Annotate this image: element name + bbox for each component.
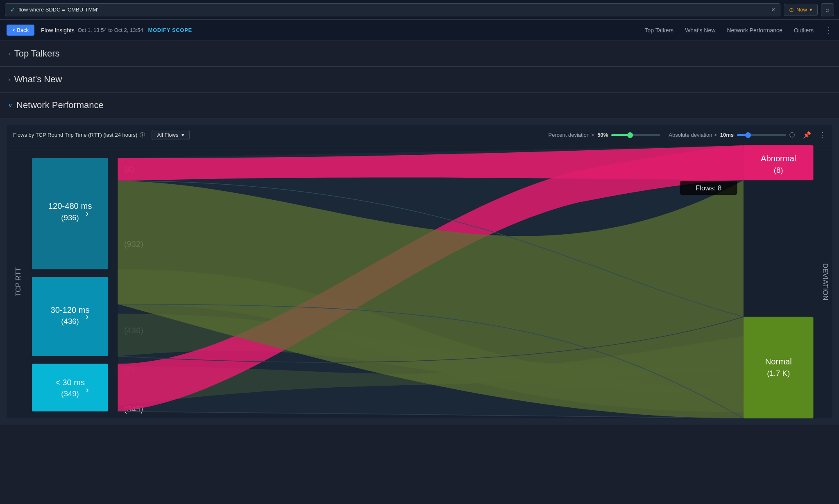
absolute-deviation-info-icon[interactable]: ⓘ [789,131,795,139]
svg-text:(1.7 K): (1.7 K) [767,369,790,377]
network-performance-chevron: ∨ [8,102,12,108]
svg-text:(8): (8) [774,166,783,174]
svg-text:Normal: Normal [765,357,792,366]
svg-text:Abnormal: Abnormal [761,154,796,163]
whats-new-title: What's New [14,74,62,85]
network-performance-content: Flows by TCP Round Trip Time (RTT) (last… [0,118,839,425]
percent-deviation-value: 50% [597,132,608,138]
time-label: Now [796,7,807,13]
time-selector[interactable]: ⊙ Now ▾ [784,4,818,16]
top-talkers-title: Top Talkers [14,48,60,59]
whats-new-chevron: › [8,76,10,83]
chart-info-icon[interactable]: ⓘ [140,131,145,139]
search-button[interactable]: ⌕ [821,3,834,16]
flows-tooltip: Flows: 8 [696,184,721,192]
svg-text:(936): (936) [61,213,79,222]
main-content: › Top Talkers › What's New ∨ Network Per… [0,41,839,425]
top-talkers-section-header[interactable]: › Top Talkers [0,41,839,67]
nav-links: Top Talkers What's New Network Performan… [645,26,832,35]
sankey-chart: TCP RTT DEVIATION 120-480 ms (936) › 30-… [7,145,832,418]
nav-link-outliers[interactable]: Outliers [794,27,814,34]
modify-scope-button[interactable]: MODIFY SCOPE [148,27,192,33]
svg-text:(436): (436) [61,317,79,325]
svg-text:(349): (349) [61,389,79,398]
deviation-controls: Percent deviation > 50% Absolute deviati… [549,131,826,139]
nav-bar: < Back Flow Insights Oct 1, 13:54 to Oct… [0,20,839,41]
svg-text:120-480 ms: 120-480 ms [48,201,92,210]
svg-text:30-120 ms: 30-120 ms [50,305,89,314]
clock-icon: ⊙ [789,7,794,13]
rtt-low-node[interactable] [32,364,108,411]
svg-text:›: › [86,208,88,219]
date-range: Oct 1, 13:54 to Oct 2, 13:54 [78,27,143,33]
chevron-down-icon: ▾ [810,7,812,13]
percent-deviation-slider[interactable] [611,134,660,136]
breadcrumb: Flow Insights [41,27,75,34]
dropdown-chevron-icon: ▾ [181,132,184,138]
top-talkers-chevron: › [8,50,10,57]
absolute-deviation-slider[interactable] [737,134,786,136]
chart-title: Flows by TCP Round Trip Time (RTT) (last… [13,131,145,139]
check-icon: ✓ [10,7,15,13]
chart-controls: Flows by TCP Round Trip Time (RTT) (last… [7,125,832,145]
search-bar: ✓ flow where SDDC = 'CMBU-TMM' × ⊙ Now ▾… [0,0,839,20]
normal-node[interactable] [744,317,814,418]
more-menu-icon[interactable]: ⋮ [825,26,832,35]
search-query-container[interactable]: ✓ flow where SDDC = 'CMBU-TMM' × [5,3,780,16]
chart-more-icon[interactable]: ⋮ [819,131,826,139]
nav-link-whats-new[interactable]: What's New [685,27,715,34]
nav-link-top-talkers[interactable]: Top Talkers [645,27,674,34]
all-flows-dropdown[interactable]: All Flows ▾ [152,130,190,140]
sankey-svg: TCP RTT DEVIATION 120-480 ms (936) › 30-… [7,145,832,418]
svg-text:< 30 ms: < 30 ms [55,378,85,387]
absolute-deviation-value: 10ms [720,132,734,138]
tcp-rtt-axis-label: TCP RTT [14,267,22,296]
deviation-axis-label: DEVIATION [821,263,829,301]
absolute-deviation-control: Absolute deviation > 10ms ⓘ [669,131,795,139]
pin-icon[interactable]: 📌 [803,131,811,139]
network-performance-section-header[interactable]: ∨ Network Performance [0,93,839,118]
percent-deviation-control: Percent deviation > 50% [549,132,661,138]
search-query-text: flow where SDDC = 'CMBU-TMM' [18,7,98,13]
network-performance-title: Network Performance [16,100,104,111]
whats-new-section-header[interactable]: › What's New [0,67,839,93]
svg-text:›: › [86,312,88,322]
nav-link-network-performance[interactable]: Network Performance [727,27,782,34]
svg-text:›: › [86,385,88,395]
back-button[interactable]: < Back [7,25,34,36]
close-icon[interactable]: × [771,6,775,14]
